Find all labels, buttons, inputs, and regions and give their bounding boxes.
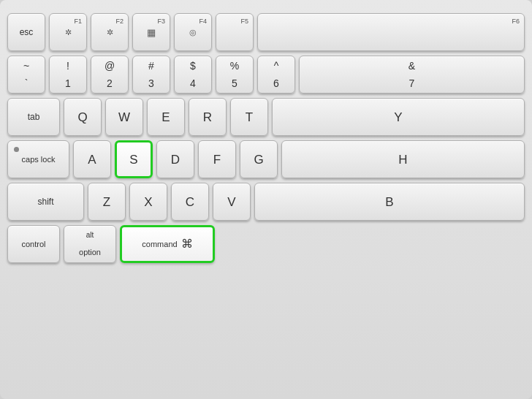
key-5-bottom: 5 — [232, 78, 238, 88]
key-2-bottom: 2 — [107, 78, 113, 88]
capslock-led — [14, 147, 19, 152]
key-4-top: $ — [190, 61, 196, 71]
key-option-alt-label: alt — [86, 232, 94, 239]
key-control[interactable]: control — [7, 225, 60, 263]
key-2-top: @ — [104, 61, 115, 71]
key-f6-label: F6 — [512, 18, 520, 25]
key-3[interactable]: # 3 — [132, 56, 170, 94]
key-4-bottom: 4 — [190, 78, 196, 88]
key-z-label: Z — [103, 196, 110, 208]
key-f2-label: F2 — [115, 18, 123, 25]
key-shift[interactable]: shift — [7, 183, 84, 221]
key-f1-icon: ✲ — [65, 28, 72, 37]
key-f4-icon: ◎ — [189, 28, 197, 37]
key-f3-label: F3 — [157, 18, 165, 25]
key-command-symbol: ⌘ — [181, 238, 193, 250]
key-f-label: F — [213, 153, 221, 166]
key-shift-label: shift — [37, 197, 53, 206]
modifier-key-row: control alt option command ⌘ — [7, 225, 525, 263]
asdf-key-row: caps lock A S D F G H — [7, 140, 525, 178]
key-h[interactable]: H — [281, 140, 525, 178]
key-5-top: % — [230, 61, 239, 71]
keyboard: esc ✲ F1 ✲ F2 ▦ F3 ◎ F4 F5 F6 ~ ` — [0, 0, 532, 399]
key-esc[interactable]: esc — [7, 13, 45, 51]
key-tilde[interactable]: ~ ` — [7, 56, 45, 94]
key-f3-icon: ▦ — [147, 28, 156, 37]
key-e-label: E — [162, 111, 170, 123]
key-z[interactable]: Z — [88, 183, 126, 221]
key-f4[interactable]: ◎ F4 — [174, 13, 212, 51]
key-capslock[interactable]: caps lock — [7, 140, 69, 178]
key-w-label: W — [118, 111, 130, 123]
key-4[interactable]: $ 4 — [174, 56, 212, 94]
key-esc-label: esc — [20, 28, 34, 37]
key-1-top: ! — [66, 61, 69, 71]
key-f3[interactable]: ▦ F3 — [132, 13, 170, 51]
key-f5[interactable]: F5 — [216, 13, 254, 51]
key-x-label: X — [144, 196, 152, 208]
key-s-label: S — [129, 153, 137, 166]
key-1-bottom: 1 — [65, 78, 71, 88]
key-7-bottom: 7 — [409, 78, 415, 88]
key-7-top: & — [408, 61, 415, 71]
key-q[interactable]: Q — [64, 98, 102, 136]
key-f5-label: F5 — [240, 18, 248, 25]
key-w[interactable]: W — [105, 98, 143, 136]
qwerty-key-row: tab Q W E R T Y — [7, 98, 525, 136]
key-h-label: H — [398, 153, 407, 166]
key-1[interactable]: ! 1 — [49, 56, 87, 94]
number-key-row: ~ ` ! 1 @ 2 # 3 $ 4 % 5 ^ 6 & 7 — [7, 56, 525, 94]
key-e[interactable]: E — [147, 98, 185, 136]
key-f4-label: F4 — [199, 18, 207, 25]
zxcv-key-row: shift Z X C V B — [7, 183, 525, 221]
key-f2-icon: ✲ — [107, 28, 113, 37]
key-r-label: R — [203, 111, 212, 123]
key-f2[interactable]: ✲ F2 — [91, 13, 129, 51]
key-6-bottom: 6 — [273, 78, 279, 88]
key-tilde-bottom: ` — [25, 78, 28, 88]
key-t[interactable]: T — [230, 98, 268, 136]
key-v-label: V — [227, 196, 235, 208]
key-5[interactable]: % 5 — [216, 56, 254, 94]
key-command[interactable]: command ⌘ — [120, 225, 215, 263]
key-f1[interactable]: ✲ F1 — [49, 13, 87, 51]
key-f[interactable]: F — [198, 140, 236, 178]
key-command-label: command — [142, 240, 177, 248]
key-3-top: # — [148, 61, 154, 71]
key-c-label: C — [186, 196, 194, 208]
key-a[interactable]: A — [73, 140, 111, 178]
key-6[interactable]: ^ 6 — [257, 56, 295, 94]
key-2[interactable]: @ 2 — [91, 56, 129, 94]
key-y[interactable]: Y — [272, 98, 525, 136]
key-tab-label: tab — [28, 113, 40, 121]
key-d[interactable]: D — [156, 140, 194, 178]
key-s[interactable]: S — [115, 140, 153, 178]
key-option-label: option — [79, 248, 101, 256]
key-b[interactable]: B — [254, 183, 525, 221]
key-g[interactable]: G — [240, 140, 278, 178]
key-b-label: B — [385, 196, 393, 208]
key-r[interactable]: R — [189, 98, 227, 136]
key-f6[interactable]: F6 — [257, 13, 525, 51]
key-c[interactable]: C — [171, 183, 209, 221]
key-x[interactable]: X — [129, 183, 167, 221]
key-q-label: Q — [77, 111, 87, 123]
key-control-label: control — [21, 240, 45, 248]
key-a-label: A — [88, 153, 96, 166]
key-t-label: T — [246, 111, 253, 123]
key-v[interactable]: V — [213, 183, 251, 221]
key-g-label: G — [254, 153, 263, 166]
key-tab[interactable]: tab — [7, 98, 60, 136]
key-6-top: ^ — [274, 61, 279, 71]
key-y-label: Y — [394, 111, 402, 123]
key-d-label: D — [171, 153, 180, 166]
key-f1-label: F1 — [74, 18, 82, 25]
key-3-bottom: 3 — [148, 78, 154, 88]
key-tilde-top: ~ — [23, 61, 29, 71]
function-key-row: esc ✲ F1 ✲ F2 ▦ F3 ◎ F4 F5 F6 — [7, 13, 525, 51]
key-option[interactable]: alt option — [64, 225, 116, 263]
key-7[interactable]: & 7 — [299, 56, 525, 94]
key-capslock-label: caps lock — [22, 156, 56, 164]
